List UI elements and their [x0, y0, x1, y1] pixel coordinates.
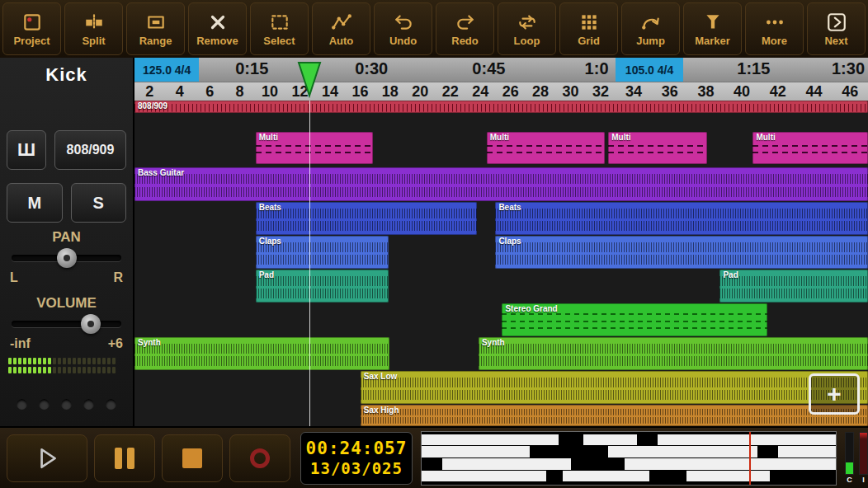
- clip-beats[interactable]: Beats: [256, 202, 477, 235]
- meter-row: [8, 358, 125, 364]
- bar-ruler-row[interactable]: 2468101214161820222426283032343638404244…: [134, 82, 868, 101]
- meter-segment: [43, 367, 46, 373]
- clip-label: Beats: [259, 203, 281, 212]
- meter-segment: [97, 358, 101, 364]
- toolbar-jump-button[interactable]: Jump: [621, 2, 680, 55]
- solo-button[interactable]: S: [71, 183, 127, 223]
- time-label-4: 1:15: [737, 59, 770, 78]
- record-button[interactable]: [229, 434, 290, 482]
- select-icon: [269, 12, 290, 33]
- bar-group-1: 2468101214161820222426283032: [134, 82, 616, 101]
- clip-label: Multi: [490, 133, 509, 142]
- toolbar: ProjectSplitRangeRemoveSelectAutoUndoRed…: [0, 0, 868, 58]
- track-control-panel: Kick Ш 808/909 M S PAN L R VOLUME -inf +…: [0, 58, 134, 426]
- clip-label: Multi: [611, 133, 630, 142]
- meter-segment: [28, 367, 31, 373]
- loop-icon: [517, 12, 538, 33]
- stop-button[interactable]: [162, 434, 223, 482]
- toolbar-next-button[interactable]: Next: [807, 2, 866, 55]
- page-dot-4[interactable]: [83, 399, 94, 410]
- clip-label: Beats: [498, 203, 521, 212]
- volume-slider-track[interactable]: [12, 321, 121, 327]
- clip-synth[interactable]: Synth: [479, 337, 868, 370]
- toolbar-redo-button[interactable]: Redo: [436, 2, 494, 55]
- time-display: 00:24:057 13/03/025: [300, 432, 413, 485]
- more-icon: [764, 12, 785, 33]
- clip-bass-guitar[interactable]: Bass Guitar: [134, 167, 868, 201]
- toolbar-redo-label: Redo: [451, 35, 479, 47]
- overview-block: [649, 471, 686, 481]
- meter-segment: [8, 367, 12, 373]
- auto-icon: [331, 12, 352, 33]
- clip-label: Bass Guitar: [138, 168, 184, 177]
- page-dot-2[interactable]: [39, 399, 50, 410]
- clip-stereo-grand[interactable]: Stereo Grand: [502, 303, 767, 336]
- bar-number: 2: [134, 82, 164, 101]
- play-button[interactable]: [7, 434, 87, 482]
- toolbar-marker-button[interactable]: Marker: [683, 2, 742, 55]
- arrangement-area[interactable]: + 808/909MultiMultiMultiMultiBass Guitar…: [134, 101, 868, 426]
- transport-bar: 00:24:057 13/03/025 C I: [0, 426, 868, 488]
- toolbar-split-button[interactable]: Split: [64, 2, 123, 55]
- toolbar-select-button[interactable]: Select: [250, 2, 309, 55]
- pan-scale: L R: [10, 270, 123, 285]
- clip-sax-low[interactable]: Sax Low: [361, 371, 868, 404]
- toolbar-more-button[interactable]: More: [745, 2, 804, 55]
- toolbar-auto-button[interactable]: Auto: [312, 2, 370, 55]
- timeline-ruler[interactable]: 125.0 4/4105.0 4/40:150:300:451:01:151:3…: [134, 58, 868, 101]
- meter-segment: [112, 367, 116, 373]
- clip-claps[interactable]: Claps: [256, 236, 389, 269]
- tempo-marker-1[interactable]: 105.0 4/4: [616, 58, 683, 82]
- toolbar-project-button[interactable]: Project: [2, 2, 61, 55]
- tempo-marker-0[interactable]: 125.0 4/4: [134, 58, 199, 82]
- clip-claps[interactable]: Claps: [495, 236, 868, 269]
- volume-knob[interactable]: [81, 314, 101, 334]
- clip-label: Multi: [259, 133, 278, 142]
- meter-segment: [28, 358, 31, 364]
- clip-multi[interactable]: Multi: [752, 132, 868, 164]
- clip-pad[interactable]: Pad: [256, 270, 389, 303]
- clip-multi[interactable]: Multi: [487, 132, 605, 164]
- toolbar-jump-label: Jump: [636, 35, 665, 47]
- add-track-button[interactable]: +: [809, 373, 860, 415]
- volume-slider[interactable]: [12, 313, 121, 335]
- page-dot-1[interactable]: [17, 399, 27, 410]
- output-meters: C I: [845, 432, 868, 484]
- mute-button[interactable]: M: [7, 183, 63, 223]
- toolbar-grid-button[interactable]: Grid: [559, 2, 618, 55]
- clip-synth[interactable]: Synth: [134, 337, 389, 370]
- meter-segment: [58, 358, 61, 364]
- track-name: Kick: [0, 64, 133, 86]
- clip-label: Pad: [259, 270, 274, 279]
- pan-right-label: R: [113, 270, 123, 285]
- drum-pads-button[interactable]: Ш: [7, 130, 46, 170]
- song-overview-strip[interactable]: [421, 431, 837, 486]
- bar-number: 46: [832, 82, 868, 101]
- meter-segment: [102, 367, 106, 373]
- clip-beats[interactable]: Beats: [495, 202, 868, 235]
- instrument-button[interactable]: 808/909: [54, 130, 126, 170]
- page-dot-5[interactable]: [106, 399, 116, 410]
- clip-multi[interactable]: Multi: [256, 132, 373, 164]
- time-ruler-row[interactable]: 125.0 4/4105.0 4/40:150:300:451:01:151:3…: [134, 58, 868, 82]
- toolbar-range-button[interactable]: Range: [126, 2, 185, 55]
- bar-number: 4: [164, 82, 194, 101]
- clip-pad[interactable]: Pad: [719, 270, 868, 303]
- clip-multi[interactable]: Multi: [608, 132, 707, 164]
- time-label-0: 0:15: [235, 59, 268, 78]
- pan-knob[interactable]: [57, 248, 77, 268]
- meter-segment: [107, 367, 111, 373]
- bar-number: 10: [255, 82, 285, 101]
- meter-segment: [58, 367, 61, 373]
- toolbar-project-label: Project: [13, 35, 50, 47]
- page-dot-3[interactable]: [61, 399, 72, 410]
- toolbar-remove-button[interactable]: Remove: [188, 2, 247, 55]
- pause-button[interactable]: [94, 434, 155, 482]
- meter-segment: [38, 358, 41, 364]
- playhead-marker[interactable]: [297, 61, 322, 99]
- toolbar-loop-button[interactable]: Loop: [498, 2, 556, 55]
- pan-slider[interactable]: [12, 247, 121, 269]
- clip-sax-high[interactable]: Sax High: [361, 405, 868, 426]
- toolbar-undo-button[interactable]: Undo: [374, 2, 432, 55]
- clip-808-909[interactable]: 808/909: [134, 101, 868, 113]
